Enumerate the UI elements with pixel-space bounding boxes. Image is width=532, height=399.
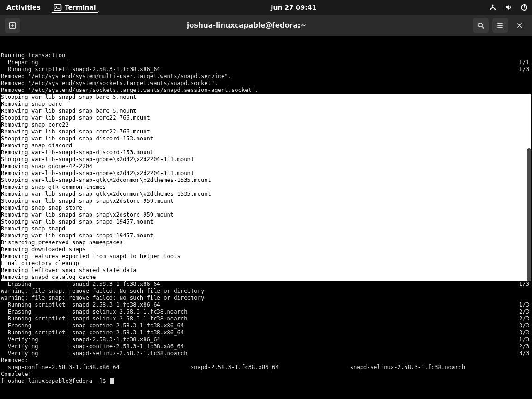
plus-tab-icon xyxy=(8,21,17,30)
close-icon xyxy=(516,22,523,29)
search-button[interactable] xyxy=(473,18,489,33)
terminal-line: Removing snap gnome-42-2204 xyxy=(1,163,531,170)
terminal-line: Stopping var-lib-snapd-snap-gtk\x2dcommo… xyxy=(1,177,531,184)
terminal-line: Stopping var-lib-snapd-snap-bare-5.mount xyxy=(1,94,531,101)
terminal-line: Final directory cleanup xyxy=(1,260,531,267)
terminal-line: Removing var-lib-snapd-snap-gtk\x2dcommo… xyxy=(1,191,531,198)
focused-app-label: Terminal xyxy=(65,4,96,11)
terminal-app-icon xyxy=(54,3,62,12)
terminal-line: Running scriptlet: snapd-2.58.3-1.fc38.x… xyxy=(1,302,531,308)
terminal-line: warning: file snap: remove failed: No su… xyxy=(1,295,531,302)
terminal-line: Removing var-lib-snapd-snap-snapd-19457.… xyxy=(1,232,531,239)
terminal-line: Removing snap core22 xyxy=(1,121,531,128)
terminal-line: Verifying : snapd-2.58.3-1.fc38.x86_641/… xyxy=(1,336,531,343)
terminal-line: Preparing :1/1 xyxy=(1,59,531,66)
terminal-line: warning: file snap: remove failed: No su… xyxy=(1,288,531,295)
terminal-line: Removed: xyxy=(1,357,531,364)
terminal-line: Verifying : snapd-selinux-2.58.3-1.fc38.… xyxy=(1,350,531,357)
terminal-prompt-line: [joshua-linuxcapable@fedora ~]$ xyxy=(1,378,531,385)
terminal-scrollbar[interactable] xyxy=(527,148,531,281)
hamburger-icon xyxy=(496,21,504,30)
terminal-line: Running scriptlet: snap-confine-2.58.3-1… xyxy=(1,329,531,336)
terminal-line: Running scriptlet: snapd-2.58.3-1.fc38.x… xyxy=(1,66,531,73)
network-icon[interactable] xyxy=(489,3,497,12)
terminal-line: Removing snap bare xyxy=(1,101,531,108)
close-window-button[interactable] xyxy=(512,18,527,33)
svg-line-11 xyxy=(482,26,484,28)
gnome-top-bar: Activities Terminal Jun 27 09:41 xyxy=(0,0,532,15)
terminal-header-bar: joshua-linuxcapable@fedora:~ xyxy=(0,15,532,36)
terminal-line: Verifying : snap-confine-2.58.3-1.fc38.x… xyxy=(1,343,531,350)
terminal-line: Removing var-lib-snapd-snap-snap\x2dstor… xyxy=(1,212,531,218)
terminal-line: Removing snapd catalog cache xyxy=(1,274,531,281)
terminal-line: Removed "/etc/systemd/system/multi-user.… xyxy=(1,73,531,80)
svg-point-2 xyxy=(492,4,493,6)
terminal-line: Stopping var-lib-snapd-snap-snap\x2dstor… xyxy=(1,198,531,205)
terminal-line: snap-confine-2.58.3-1.fc38.x86_64 snapd-… xyxy=(1,364,531,371)
window-title: joshua-linuxcapable@fedora:~ xyxy=(20,21,473,30)
terminal-viewport[interactable]: Running transaction Preparing :1/1 Runni… xyxy=(0,36,532,385)
terminal-line: Removing snap snap-store xyxy=(1,205,531,212)
terminal-line: Running scriptlet: snapd-selinux-2.58.3-… xyxy=(1,315,531,322)
terminal-line: Removed "/etc/systemd/user/sockets.targe… xyxy=(1,87,531,94)
terminal-line: Discarding preserved snap namespaces xyxy=(1,239,531,246)
terminal-line: Removing var-lib-snapd-snap-discord-153.… xyxy=(1,149,531,156)
terminal-line: Stopping var-lib-snapd-snap-snapd-19457.… xyxy=(1,218,531,225)
new-tab-button[interactable] xyxy=(5,18,20,33)
terminal-line: Removing downloaded snaps xyxy=(1,246,531,253)
search-icon xyxy=(477,21,485,30)
terminal-line: Removing leftover snap shared state data xyxy=(1,267,531,274)
terminal-line: Stopping var-lib-snapd-snap-discord-153.… xyxy=(1,135,531,142)
terminal-cursor xyxy=(110,378,114,384)
terminal-line: Running transaction xyxy=(1,52,531,59)
terminal-line: Removing snap discord xyxy=(1,142,531,149)
terminal-line: Removing var-lib-snapd-snap-gnome\x2d42\… xyxy=(1,170,531,177)
clock-label: Jun 27 09:41 xyxy=(271,4,316,11)
terminal-line: Stopping var-lib-snapd-snap-gnome\x2d42\… xyxy=(1,156,531,163)
hamburger-menu-button[interactable] xyxy=(492,18,508,33)
terminal-line: Removing var-lib-snapd-snap-core22-766.m… xyxy=(1,128,531,135)
power-icon[interactable] xyxy=(520,3,528,12)
svg-rect-0 xyxy=(54,5,61,11)
terminal-line: Stopping var-lib-snapd-snap-core22-766.m… xyxy=(1,115,531,121)
terminal-line: Complete! xyxy=(1,371,531,378)
terminal-line: Erasing : snapd-selinux-2.58.3-1.fc38.no… xyxy=(1,308,531,315)
terminal-line: Erasing : snap-confine-2.58.3-1.fc38.x86… xyxy=(1,322,531,329)
terminal-line: Removing snap snapd xyxy=(1,225,531,232)
activities-label: Activities xyxy=(6,4,41,11)
focused-app-indicator[interactable]: Terminal xyxy=(51,1,99,13)
volume-icon[interactable] xyxy=(504,3,513,12)
terminal-line: Removing var-lib-snapd-snap-bare-5.mount xyxy=(1,108,531,115)
clock-button[interactable]: Jun 27 09:41 xyxy=(268,2,319,13)
terminal-line: Removing snap gtk-common-themes xyxy=(1,184,531,191)
terminal-line: Erasing : snapd-2.58.3-1.fc38.x86_641/3 xyxy=(1,281,531,288)
terminal-line: Removed "/etc/systemd/system/sockets.tar… xyxy=(1,80,531,87)
activities-button[interactable]: Activities xyxy=(4,2,43,13)
terminal-line: Removing features exported from snapd to… xyxy=(1,253,531,260)
